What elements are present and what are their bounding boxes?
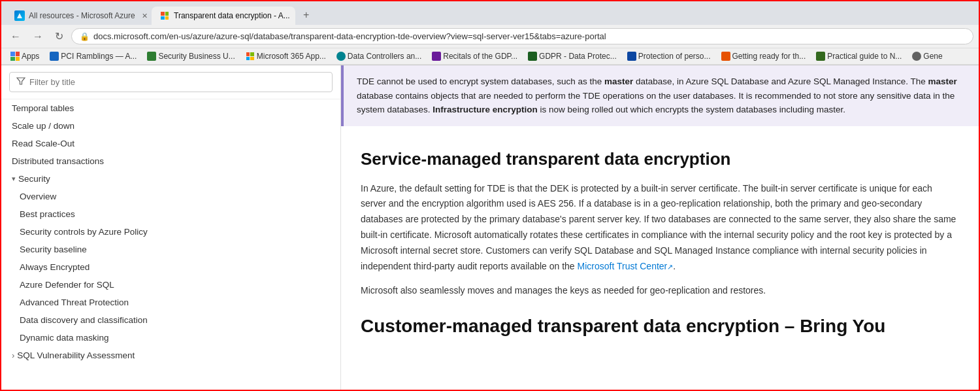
nav-item-azure-defender[interactable]: Azure Defender for SQL — [1, 276, 340, 294]
tab-bar: All resources - Microsoft Azure ✕ Transp… — [1, 1, 979, 25]
filter-input-wrapper[interactable] — [9, 72, 333, 92]
pg-favicon — [816, 52, 825, 61]
para2-text: Microsoft also seamlessly moves and mana… — [361, 285, 766, 296]
gdpr2-favicon — [528, 52, 537, 61]
svg-marker-1 — [17, 78, 25, 84]
bookmark-recitals[interactable]: Recitals of the GDP... — [428, 50, 521, 62]
pp-favicon — [627, 52, 636, 61]
tab-label-docs: Transparent data encryption - A... — [174, 11, 290, 20]
content-body: Service-managed transparent data encrypt… — [341, 142, 979, 352]
nav-item-best-practices[interactable]: Best practices — [1, 205, 340, 223]
bookmark-data-controllers-label: Data Controllers an... — [348, 52, 421, 61]
external-link-icon: ↗ — [667, 263, 673, 271]
dc-favicon — [336, 52, 346, 61]
nav-item-security-baseline[interactable]: Security baseline — [1, 241, 340, 258]
azure-icon — [16, 12, 23, 19]
content-area: TDE cannot be used to encrypt system dat… — [341, 65, 979, 391]
nav-item-temporal[interactable]: Temporal tables — [1, 99, 340, 117]
nav-item-read-scale[interactable]: Read Scale-Out — [1, 135, 340, 152]
para1-end: . — [673, 261, 676, 271]
address-bar-row: ← → ↻ 🔒 docs.microsoft.com/en-us/azure/a… — [1, 25, 979, 48]
tab-favicon-docs — [159, 10, 170, 21]
bookmark-protection[interactable]: Protection of perso... — [623, 50, 715, 62]
bookmark-pci-label: PCI Ramblings — A... — [61, 52, 137, 61]
tab-label-azure: All resources - Microsoft Azure — [29, 11, 135, 20]
ms365-grid-icon — [246, 52, 254, 60]
info-bold-infra: Infrastructure encryption — [433, 105, 538, 114]
bookmark-gene[interactable]: Gene — [908, 50, 946, 62]
nav-item-overview[interactable]: Overview — [1, 188, 340, 205]
filter-box — [1, 65, 340, 99]
bookmark-recitals-label: Recitals of the GDP... — [443, 52, 517, 61]
info-bold-master2: master — [928, 76, 957, 86]
nav-item-security[interactable]: ▾ Security — [1, 170, 340, 188]
nav-item-advanced-threat[interactable]: Advanced Threat Protection — [1, 294, 340, 311]
forward-button[interactable]: → — [29, 29, 47, 44]
para1-text: In Azure, the default setting for TDE is… — [361, 183, 956, 271]
bookmarks-bar: Apps PCI Ramblings — A... Security Busin… — [1, 48, 979, 65]
browser-chrome: All resources - Microsoft Azure ✕ Transp… — [1, 1, 979, 65]
section2-title: Customer-managed transparent data encryp… — [361, 314, 959, 338]
ms-grid-icon — [161, 12, 169, 20]
new-tab-button[interactable]: + — [297, 5, 316, 25]
bookmark-gene-label: Gene — [923, 52, 942, 61]
sidebar-scroll-container: Temporal tables Scale up / down Read Sca… — [1, 99, 340, 391]
filter-icon — [16, 76, 25, 88]
sb-favicon — [147, 52, 156, 61]
refresh-button[interactable]: ↻ — [51, 29, 67, 44]
gdpr1-favicon — [432, 52, 441, 61]
bookmark-apps[interactable]: Apps — [7, 50, 43, 62]
pci-favicon — [50, 52, 59, 61]
info-box: TDE cannot be used to encrypt system dat… — [341, 65, 979, 126]
nav-item-data-discovery[interactable]: Data discovery and classification — [1, 311, 340, 329]
back-button[interactable]: ← — [7, 29, 25, 44]
bookmark-practical-guide-label: Practical guide to N... — [827, 52, 902, 61]
bookmark-protection-label: Protection of perso... — [638, 52, 711, 61]
nav-item-always-encrypted[interactable]: Always Encrypted — [1, 258, 340, 276]
bookmark-getting-ready-label: Getting ready for th... — [732, 52, 806, 61]
nav-item-sql-vulnerability[interactable]: › SQL Vulnerability Assessment — [1, 347, 340, 364]
trust-center-link-text: Microsoft Trust Center — [578, 261, 668, 271]
bookmark-pci[interactable]: PCI Ramblings — A... — [46, 50, 140, 62]
bookmark-getting-ready[interactable]: Getting ready for th... — [717, 50, 810, 62]
bookmark-gdpr-label: GDPR - Data Protec... — [539, 52, 617, 61]
nav-list: Temporal tables Scale up / down Read Sca… — [1, 99, 340, 391]
nav-item-dynamic-masking[interactable]: Dynamic data masking — [1, 329, 340, 347]
info-bold-master1: master — [604, 76, 633, 86]
filter-input[interactable] — [29, 77, 325, 87]
bookmark-security-business-label: Security Business U... — [158, 52, 235, 61]
gr-favicon — [721, 52, 730, 61]
tab-close-azure[interactable]: ✕ — [142, 12, 148, 20]
security-chevron-icon: ▾ — [12, 175, 16, 183]
nav-item-scale[interactable]: Scale up / down — [1, 117, 340, 135]
sidebar: Temporal tables Scale up / down Read Sca… — [1, 65, 341, 391]
section1-para2: Microsoft also seamlessly moves and mana… — [361, 283, 959, 299]
sql-vulnerability-chevron-icon: › — [12, 350, 14, 360]
nav-item-security-controls[interactable]: Security controls by Azure Policy — [1, 223, 340, 241]
section1-para1: In Azure, the default setting for TDE is… — [361, 181, 959, 275]
main-area: Temporal tables Scale up / down Read Sca… — [1, 65, 979, 391]
svg-marker-0 — [17, 13, 22, 18]
tab-azure[interactable]: All resources - Microsoft Azure ✕ — [7, 7, 150, 25]
url-text: docs.microsoft.com/en-us/azure/azure-sql… — [93, 31, 965, 41]
address-bar[interactable]: 🔒 docs.microsoft.com/en-us/azure/azure-s… — [71, 28, 973, 44]
bookmark-data-controllers[interactable]: Data Controllers an... — [333, 50, 425, 62]
bookmark-practical-guide[interactable]: Practical guide to N... — [812, 50, 906, 62]
section1-title: Service-managed transparent data encrypt… — [361, 148, 959, 171]
nav-item-distributed[interactable]: Distributed transactions — [1, 152, 340, 170]
lock-icon: 🔒 — [80, 32, 90, 41]
apps-grid-icon — [10, 52, 20, 61]
tab-favicon-azure — [14, 10, 25, 21]
bookmark-gdpr[interactable]: GDPR - Data Protec... — [524, 50, 621, 62]
bookmark-ms365-label: Microsoft 365 App... — [257, 52, 326, 61]
bookmark-security-business[interactable]: Security Business U... — [143, 50, 238, 62]
bookmark-apps-label: Apps — [22, 52, 39, 61]
bookmark-ms365[interactable]: Microsoft 365 App... — [242, 50, 330, 62]
gene-favicon — [912, 52, 921, 61]
info-text: TDE cannot be used to encrypt system dat… — [357, 76, 957, 114]
ms365-favicon — [246, 52, 255, 61]
tab-docs[interactable]: Transparent data encryption - A... ✕ — [152, 7, 295, 25]
trust-center-link[interactable]: Microsoft Trust Center↗ — [578, 261, 674, 271]
